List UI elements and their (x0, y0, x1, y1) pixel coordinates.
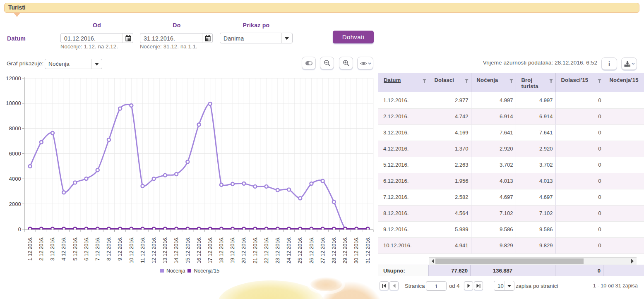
svg-text:15.12.2016.: 15.12.2016. (185, 237, 191, 263)
svg-text:6000: 6000 (9, 151, 21, 157)
svg-text:21.12.2016.: 21.12.2016. (252, 237, 258, 263)
svg-text:4.12.2016.: 4.12.2016. (61, 237, 67, 261)
svg-text:1.12.2016.: 1.12.2016. (27, 237, 33, 261)
svg-text:31.12.2016.: 31.12.2016. (365, 237, 371, 263)
svg-text:8.12.2016.: 8.12.2016. (106, 237, 112, 261)
svg-text:14.12.2016.: 14.12.2016. (173, 237, 179, 263)
svg-text:6.12.2016.: 6.12.2016. (84, 237, 89, 261)
svg-text:7.12.2016.: 7.12.2016. (95, 237, 101, 261)
svg-text:4000: 4000 (9, 176, 21, 182)
svg-text:23.12.2016.: 23.12.2016. (275, 237, 281, 263)
svg-text:16.12.2016.: 16.12.2016. (196, 237, 202, 263)
svg-text:12000: 12000 (6, 75, 21, 81)
svg-text:19.12.2016.: 19.12.2016. (230, 237, 235, 263)
svg-text:20.12.2016.: 20.12.2016. (241, 237, 247, 263)
svg-text:Noćenja'15: Noćenja'15 (194, 268, 220, 274)
svg-text:17.12.2016.: 17.12.2016. (207, 237, 213, 263)
svg-text:13.12.2016.: 13.12.2016. (162, 237, 168, 263)
svg-text:18.12.2016.: 18.12.2016. (219, 237, 224, 263)
svg-text:30.12.2016.: 30.12.2016. (353, 237, 359, 263)
svg-text:9.12.2016.: 9.12.2016. (117, 237, 123, 261)
svg-text:8000: 8000 (9, 125, 21, 132)
svg-text:2000: 2000 (9, 201, 21, 207)
svg-text:26.12.2016.: 26.12.2016. (309, 237, 315, 263)
svg-text:22.12.2016.: 22.12.2016. (264, 237, 269, 263)
svg-text:29.12.2016.: 29.12.2016. (342, 237, 348, 263)
svg-text:2.12.2016.: 2.12.2016. (38, 237, 44, 261)
svg-text:Noćenja: Noćenja (166, 268, 185, 274)
svg-text:5.12.2016.: 5.12.2016. (72, 237, 78, 261)
svg-text:24.12.2016.: 24.12.2016. (286, 237, 292, 263)
svg-text:10.12.2016.: 10.12.2016. (129, 237, 135, 263)
svg-text:25.12.2016.: 25.12.2016. (297, 237, 303, 263)
svg-text:3.12.2016.: 3.12.2016. (50, 237, 55, 261)
svg-text:0: 0 (18, 226, 21, 232)
svg-text:28.12.2016.: 28.12.2016. (331, 237, 337, 263)
svg-text:12.12.2016.: 12.12.2016. (151, 237, 157, 263)
svg-text:10000: 10000 (6, 100, 21, 106)
svg-text:27.12.2016.: 27.12.2016. (320, 237, 326, 263)
svg-text:11.12.2016.: 11.12.2016. (140, 237, 146, 263)
